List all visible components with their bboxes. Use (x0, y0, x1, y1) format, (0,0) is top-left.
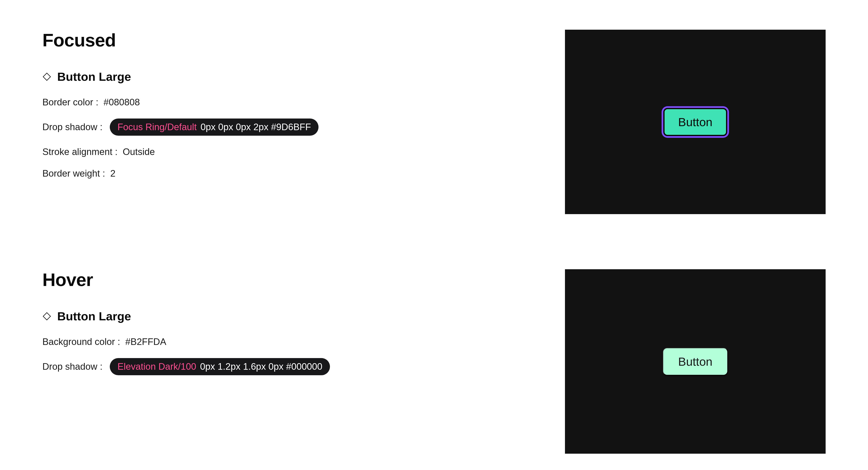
spec-label: Border weight : (42, 168, 110, 179)
spec-column-hover: Hover Button Large Background color : #B… (42, 269, 523, 375)
button-label: Button (678, 355, 712, 369)
preview-panel-focused: Button (565, 30, 826, 214)
spec-label: Drop shadow : (42, 361, 107, 372)
spec-border-weight: Border weight : 2 (42, 168, 318, 179)
spec-value: Outside (123, 146, 155, 157)
spec-drop-shadow-focused: Drop shadow : Focus Ring/Default 0px 0px… (42, 118, 318, 136)
svg-rect-0 (43, 73, 51, 80)
spec-label: Stroke alignment : (42, 146, 123, 157)
preview-panel-hover: Button (565, 269, 826, 454)
token-pill-value: 0px 1.2px 1.6px 0px #000000 (200, 361, 322, 372)
component-heading-row: Button Large (42, 309, 131, 323)
token-pill-value: 0px 0px 0px 2px #9D6BFF (200, 121, 311, 133)
button-label: Button (678, 115, 712, 129)
svg-rect-1 (43, 313, 51, 320)
spec-value: #B2FFDA (125, 336, 166, 348)
diamond-icon (42, 72, 51, 81)
design-spec-page: Focused Button Large Border color : #080… (0, 0, 868, 470)
component-name-focused: Button Large (57, 70, 131, 84)
example-button-hover[interactable]: Button (663, 348, 728, 375)
spec-list-focused: Border color : #080808 Drop shadow : Foc… (42, 97, 318, 179)
section-focused: Focused Button Large Border color : #080… (42, 30, 826, 214)
spec-list-hover: Background color : #B2FFDA Drop shadow :… (42, 336, 330, 375)
spec-value: 2 (110, 168, 115, 179)
spec-label: Background color : (42, 336, 125, 348)
token-pill: Focus Ring/Default 0px 0px 0px 2px #9D6B… (110, 118, 318, 136)
spec-value: #080808 (104, 97, 140, 108)
diamond-icon (42, 312, 51, 321)
section-hover: Hover Button Large Background color : #B… (42, 269, 826, 454)
spec-label: Drop shadow : (42, 121, 107, 133)
spec-background-color: Background color : #B2FFDA (42, 336, 330, 348)
spec-border-color: Border color : #080808 (42, 97, 318, 108)
token-pill: Elevation Dark/100 0px 1.2px 1.6px 0px #… (110, 358, 330, 375)
spec-column-focused: Focused Button Large Border color : #080… (42, 30, 523, 179)
component-name-hover: Button Large (57, 309, 131, 323)
component-heading-row: Button Large (42, 70, 131, 84)
token-pill-label: Elevation Dark/100 (117, 361, 196, 372)
state-title-hover: Hover (42, 269, 93, 290)
spec-drop-shadow-hover: Drop shadow : Elevation Dark/100 0px 1.2… (42, 358, 330, 375)
spec-label: Border color : (42, 97, 104, 108)
example-button-focused[interactable]: Button (663, 108, 727, 136)
state-title-focused: Focused (42, 30, 116, 51)
spec-stroke-alignment: Stroke alignment : Outside (42, 146, 318, 157)
token-pill-label: Focus Ring/Default (117, 121, 197, 133)
